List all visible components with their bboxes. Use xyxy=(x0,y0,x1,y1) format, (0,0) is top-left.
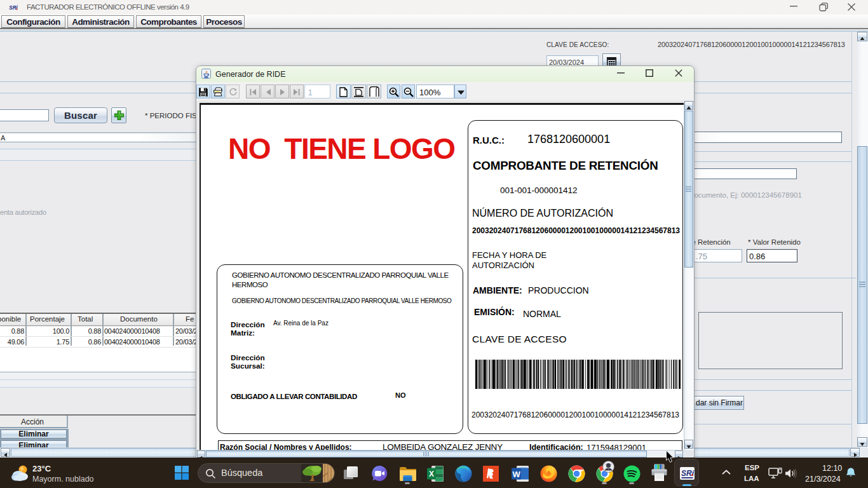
svg-text:SRi: SRi xyxy=(681,469,695,478)
svg-text:X: X xyxy=(429,470,434,478)
svg-text:W: W xyxy=(513,470,521,479)
